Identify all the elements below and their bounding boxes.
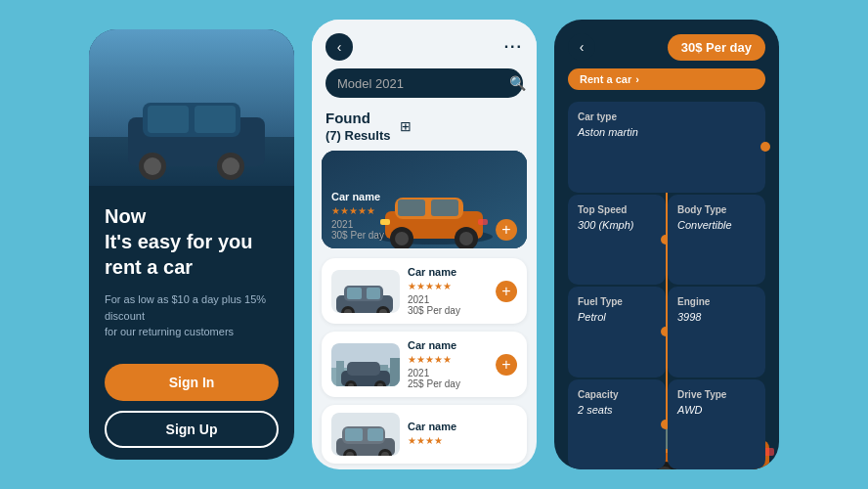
spec-capacity-label: Capacity xyxy=(578,389,656,400)
featured-add-button[interactable]: + xyxy=(496,219,517,241)
spec-top-speed-label: Top Speed xyxy=(578,204,656,215)
screen1-subtitle: For as low as $10 a day plus 15% discoun… xyxy=(105,291,279,340)
svg-point-17 xyxy=(395,232,409,245)
featured-car-card: Car name ★★★★★ 2021 30$ Per day + xyxy=(322,151,527,248)
screen2-header: ‹ ··· xyxy=(312,20,537,68)
car-2-add-button[interactable]: + xyxy=(496,281,517,302)
results-header: Found(7) Results ⊞ xyxy=(312,106,537,151)
spec-car-type: Car type Aston martin xyxy=(568,102,765,193)
search-icon: 🔍 xyxy=(509,75,526,91)
city-car-icon xyxy=(331,343,400,386)
featured-car-name: Car name xyxy=(331,191,384,202)
car-card-2: Car name ★★★★★ 2021 30$ Per day + xyxy=(322,258,527,324)
featured-car-stars: ★★★★★ xyxy=(331,205,384,216)
svg-rect-15 xyxy=(431,200,458,216)
screen1-content: Now It's easy for you rent a car For as … xyxy=(89,186,294,460)
spec-fuel-type: Fuel Type Petrol xyxy=(568,287,666,378)
rent-chevron-icon: › xyxy=(635,73,639,85)
car-hero-icon xyxy=(89,29,294,186)
car-3-add-button[interactable]: + xyxy=(496,354,517,376)
results-count: Found(7) Results xyxy=(326,110,390,143)
search-bar[interactable]: 🔍 xyxy=(326,68,523,98)
rent-button[interactable]: Rent a car › xyxy=(568,68,765,90)
screen2-search: ‹ ··· 🔍 Found(7) Results ⊞ xyxy=(312,20,537,469)
spec-car-type-label: Car type xyxy=(578,111,756,122)
spec-fuel-type-value: Petrol xyxy=(578,311,656,323)
svg-point-9 xyxy=(222,157,239,175)
car-3-year: 2021 xyxy=(408,368,496,378)
car-4-stars: ★★★★ xyxy=(408,435,517,446)
dots-menu-button[interactable]: ··· xyxy=(504,38,523,56)
car-3-name: Car name xyxy=(408,339,496,351)
car-card-4-image xyxy=(331,413,400,456)
spec-top-speed: Top Speed 300 (Kmph) xyxy=(568,195,666,286)
svg-rect-4 xyxy=(148,106,189,133)
screen1-onboarding: Now It's easy for you rent a car For as … xyxy=(89,29,294,460)
car-2-price: 30$ Per day xyxy=(408,305,496,316)
car-card-2-info: Car name ★★★★★ 2021 30$ Per day xyxy=(408,266,496,316)
svg-rect-21 xyxy=(478,219,488,225)
rent-button-label: Rent a car xyxy=(580,73,631,85)
back-button[interactable]: ‹ xyxy=(326,33,353,61)
spec-engine: Engine 3998 xyxy=(668,287,765,378)
car-3-price: 25$ Per day xyxy=(408,378,496,389)
spec-engine-label: Engine xyxy=(677,296,756,307)
svg-point-19 xyxy=(459,232,473,245)
sedan-car-icon xyxy=(331,270,400,313)
spec-drive-type-label: Drive Type xyxy=(677,389,756,400)
filter-icon[interactable]: ⊞ xyxy=(400,118,412,134)
svg-rect-36 xyxy=(390,358,400,386)
spec-drive-type-value: AWD xyxy=(677,404,756,416)
car-card-3-info: Car name ★★★★★ 2021 25$ Per day xyxy=(408,339,496,389)
spec-engine-value: 3998 xyxy=(677,311,756,323)
car-list: Car name ★★★★★ 2021 30$ Per day + xyxy=(312,151,537,469)
spec-drive-type: Drive Type AWD xyxy=(668,379,765,470)
spec-top-speed-value: 300 (Kmph) xyxy=(578,219,656,231)
car-card-4: Car name ★★★★ xyxy=(322,405,527,464)
car-2-name: Car name xyxy=(408,266,496,278)
car-2-year: 2021 xyxy=(408,294,496,305)
search-input[interactable] xyxy=(337,76,501,91)
timeline-dot-1 xyxy=(760,142,770,152)
spec-body-type-value: Convertible xyxy=(677,219,756,231)
spec-car-type-value: Aston martin xyxy=(578,126,756,138)
svg-rect-25 xyxy=(347,288,362,299)
car-card-3: Car name ★★★★★ 2021 25$ Per day + xyxy=(322,332,527,397)
car-card-2-image xyxy=(331,270,400,313)
screen3-header: ‹ 30$ Per day xyxy=(554,20,779,68)
featured-car-info: Car name ★★★★★ 2021 30$ Per day xyxy=(331,191,384,241)
screen1-title: Now It's easy for you rent a car xyxy=(105,203,279,280)
car-2-stars: ★★★★★ xyxy=(408,281,496,291)
svg-rect-14 xyxy=(398,200,425,216)
screen3-detail: ‹ 30$ Per day Rent a car › Car type Asto… xyxy=(554,20,779,469)
car-card-4-info: Car name ★★★★ xyxy=(408,421,517,449)
svg-rect-26 xyxy=(367,288,380,299)
spec-capacity: Capacity 2 seats xyxy=(568,379,666,470)
car-4-name: Car name xyxy=(408,421,517,432)
svg-rect-5 xyxy=(195,106,236,133)
spec-body-type-label: Body Type xyxy=(677,204,756,215)
featured-car-price: 30$ Per day xyxy=(331,230,384,241)
car-card-3-image xyxy=(331,343,400,386)
svg-rect-46 xyxy=(345,428,363,441)
spec-body-type: Body Type Convertible xyxy=(668,195,765,286)
hero-image xyxy=(89,29,294,186)
svg-rect-47 xyxy=(368,428,383,441)
signup-button[interactable]: Sign Up xyxy=(105,411,279,448)
svg-rect-38 xyxy=(347,362,380,376)
suv-icon xyxy=(331,413,400,456)
featured-car-year: 2021 xyxy=(331,219,384,230)
price-badge: 30$ Per day xyxy=(668,34,765,61)
screen3-back-button[interactable]: ‹ xyxy=(568,33,595,61)
car-3-stars: ★★★★★ xyxy=(408,354,496,365)
signin-button[interactable]: Sign In xyxy=(105,364,279,401)
spec-capacity-value: 2 seats xyxy=(578,404,656,416)
screen1-buttons: Sign In Sign Up xyxy=(105,364,279,448)
spec-fuel-type-label: Fuel Type xyxy=(578,296,656,307)
svg-point-7 xyxy=(144,157,161,175)
